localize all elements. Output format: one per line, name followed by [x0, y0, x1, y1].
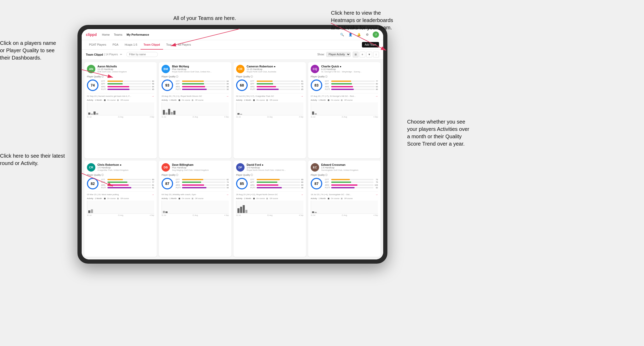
arg-bar-container [257, 86, 300, 87]
putt-value: 85 [152, 88, 154, 91]
activity-header: Activity · 1 Month On course Off course [236, 197, 303, 200]
quality-label: Player Quality ⓘ [236, 75, 303, 78]
last-round[interactable]: 07 Aug 23 | 77 (+7), St George's Hill GC… [311, 93, 378, 98]
player-header: CR Chris Robertson ● 1-5 Handicap Craigm… [87, 163, 154, 172]
search-input[interactable] [126, 52, 158, 57]
putt-label: PUTT [176, 187, 181, 189]
user-icon[interactable]: 👤 [347, 32, 353, 38]
app-value: 80 [301, 181, 303, 183]
quality-circle[interactable]: 93 [162, 79, 173, 91]
last-round[interactable]: 04 Sep 23 | Mobility with coach, Gym → [162, 191, 229, 196]
tab-team-clippd[interactable]: Team Clippd [141, 40, 163, 50]
stats-grid: OTT 61 APP 63 ARG 75 PUTT 85 [250, 80, 303, 91]
last-round[interactable]: 02 Jul 23 | 59 (+17), Craigmillar Park G… [236, 93, 303, 98]
arg-bar [257, 184, 278, 186]
player-name[interactable]: David Ford ● [247, 163, 303, 166]
player-card[interactable]: AN Aaron Nicholls 11-15 Handicap Drift G… [84, 62, 157, 158]
chart-date-mid: 21 Aug [267, 214, 272, 216]
tab-pga[interactable]: PGA [110, 40, 122, 50]
nav-teams[interactable]: Teams [114, 33, 122, 37]
last-round[interactable]: 18 Jul 23 | 74 (+4), Sunningdale GC - Ol… [311, 191, 378, 196]
activity-title: Activity · 1 Month [311, 197, 326, 200]
player-card[interactable]: EC Edward Crossman 1-5 Handicap Sunningd… [308, 161, 381, 257]
oncourse-legend-dot [328, 99, 329, 101]
quality-section[interactable]: 87 OTT 73 APP 79 ARG 103 PUTT 92 [311, 178, 378, 189]
app-bar [107, 182, 127, 183]
player-card[interactable]: BM Blair McHarg Plus Handicap Royal Nort… [159, 62, 231, 158]
last-round[interactable]: 05 Mar 23 | 19, Must make putting → [87, 191, 154, 196]
quality-section[interactable]: 85 OTT 89 APP 80 ARG 83 PUTT 96 [236, 178, 303, 189]
player-card[interactable]: DF David Ford ● 1-5 Handicap Royal North… [233, 161, 306, 257]
filter-button[interactable]: ▼ [366, 52, 372, 57]
chart-bar [165, 211, 168, 213]
sub-nav: PGAT Players PGA Hcaps 1-5 Team Clippd T… [82, 40, 383, 50]
quality-circle[interactable]: 82 [87, 178, 98, 189]
app-value: 85 [227, 83, 229, 85]
stats-grid: OTT 82 APP 74 ARG 85 PUTT 94 [176, 178, 229, 189]
last-round-text: 07 Aug 23 | 77 (+7), St George's Hill GC… [311, 95, 356, 97]
last-round-arrow[interactable]: → [226, 95, 229, 98]
player-name[interactable]: Blair McHarg [172, 65, 229, 68]
arg-value: 103 [375, 184, 378, 186]
search-icon[interactable]: 🔍 [339, 32, 345, 38]
quality-section[interactable]: 93 OTT 84 APP 85 ARG 88 PUTT 95 [162, 79, 229, 91]
player-name[interactable]: Charlie Quick ● [321, 65, 378, 68]
quality-section[interactable]: 87 OTT 82 APP 74 ARG 85 PUTT 94 [162, 178, 229, 189]
last-round[interactable]: 26 Aug 23 | 73 (+1), Royal North Devon G… [162, 93, 229, 98]
arg-value: 75 [301, 86, 303, 88]
player-name[interactable]: Cameron Robertson ● [247, 65, 303, 68]
add-team-button[interactable]: Add Team [362, 42, 379, 47]
settings-icon[interactable]: ⚙ [364, 32, 370, 38]
oncourse-legend-dot [328, 198, 329, 199]
last-round-arrow[interactable]: → [301, 95, 303, 98]
player-name[interactable]: Dave Billingham [172, 163, 229, 166]
activity-section: Activity · 1 Month On course Off course … [162, 99, 229, 118]
player-name[interactable]: Aaron Nicholls [97, 65, 154, 68]
last-round[interactable]: 26 Aug 23 | 84 (+12), Royal North Devon … [236, 191, 303, 196]
chart-bar [240, 114, 242, 115]
tab-hcaps[interactable]: Hcaps 1-5 [122, 40, 141, 50]
quality-section[interactable]: 83 OTT 77 APP 80 ARG 83 PUTT 86 [311, 79, 378, 91]
last-round-arrow[interactable]: → [152, 193, 154, 196]
quality-circle[interactable]: 87 [311, 178, 322, 189]
last-round-arrow[interactable]: → [226, 193, 229, 196]
tab-all-players[interactable]: All Players [175, 40, 194, 50]
quality-section[interactable]: 74 OTT 60 APP 58 ARG 84 PUTT 85 [87, 79, 154, 91]
quality-section[interactable]: 68 OTT 61 APP 63 ARG 75 PUTT 85 [236, 79, 303, 91]
tab-pgat[interactable]: PGAT Players [86, 40, 110, 50]
chart-bar [163, 110, 165, 115]
last-round-arrow[interactable]: → [301, 193, 303, 196]
last-round-arrow[interactable]: → [375, 95, 378, 98]
show-label: Show: [317, 53, 325, 56]
player-header: DF David Ford ● 1-5 Handicap Royal North… [236, 163, 303, 172]
show-select[interactable]: Player Activity [326, 52, 351, 57]
player-card[interactable]: CR Chris Robertson ● 1-5 Handicap Craigm… [84, 161, 157, 257]
quality-circle[interactable]: 74 [87, 79, 98, 91]
last-round-arrow[interactable]: → [375, 193, 378, 196]
nav-my-performance[interactable]: My Performance [127, 33, 149, 37]
avatar[interactable]: U [373, 31, 379, 38]
quality-circle[interactable]: 68 [236, 79, 248, 91]
quality-circle[interactable]: 87 [162, 178, 173, 189]
player-card[interactable]: DB Dave Billingham Plus Handicap Sog Mag… [159, 161, 231, 257]
sort-button[interactable]: ↕ [373, 52, 379, 57]
arg-bar-container [182, 184, 226, 186]
table-view-button[interactable]: ≡ [360, 52, 365, 57]
activity-title: Activity · 1 Month [87, 197, 102, 200]
last-round-arrow[interactable]: → [152, 95, 154, 98]
activity-section: Activity · 1 Month On course Off course … [311, 99, 378, 118]
quality-section[interactable]: 82 OTT 60 APP 77 ARG 81 PUTT 91 [87, 178, 154, 189]
quality-circle[interactable]: 85 [236, 178, 248, 189]
bell-icon[interactable]: 🔔 [356, 32, 362, 38]
nav-home[interactable]: Home [102, 33, 110, 37]
player-card[interactable]: CQ Charlie Quick ● 6-10 Handicap St. Geo… [308, 62, 381, 158]
quality-label: Player Quality ⓘ [87, 75, 154, 78]
player-name[interactable]: Edward Crossman [321, 163, 378, 166]
last-round[interactable]: 02 Sep 23 | Sunset round to get back int… [87, 93, 154, 98]
grid-view-button[interactable]: ⊞ [353, 52, 359, 57]
edit-icon[interactable]: ✏ [120, 53, 122, 56]
quality-circle[interactable]: 83 [311, 79, 322, 91]
player-name[interactable]: Chris Robertson ● [97, 163, 154, 166]
player-card[interactable]: CR Cameron Robertson ● 11-15 Handicap Ro… [233, 62, 306, 158]
tab-tour[interactable]: Tour [163, 40, 175, 50]
